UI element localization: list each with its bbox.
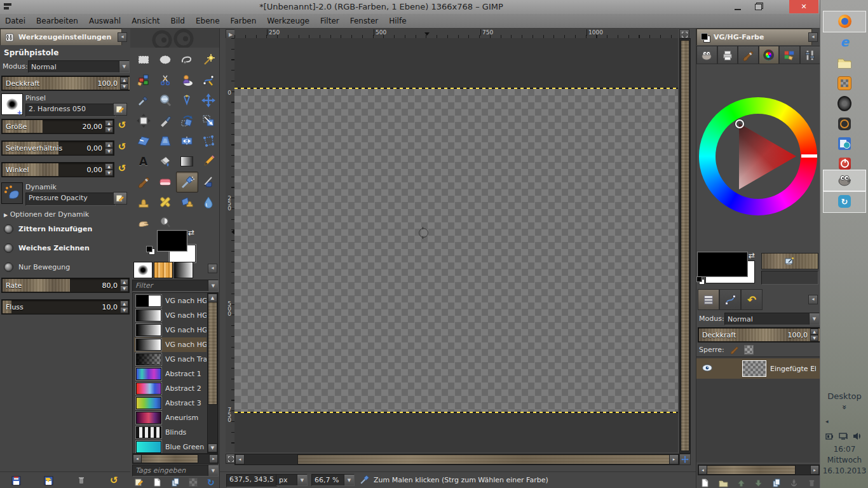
canvas-vscrollbar[interactable]: [679, 38, 691, 454]
angle-slider[interactable]: Winkel 0,00 ▲▼: [1, 162, 114, 177]
file-explorer-icon[interactable]: [837, 56, 851, 70]
gradient-item-selected[interactable]: VG nach HG: [134, 337, 207, 352]
active-pattern-indicator[interactable]: [154, 262, 173, 278]
clock-date[interactable]: 16.10.2013: [820, 466, 868, 475]
tab-undo-history[interactable]: ↶: [741, 289, 763, 310]
pattern-app-icon[interactable]: [837, 76, 851, 90]
tool-airbrush[interactable]: [176, 172, 198, 193]
lock-pixels-icon[interactable]: [729, 345, 739, 355]
tab-cmyk-selector[interactable]: [717, 46, 738, 64]
fg-bg-color-tab[interactable]: VG/HG-Farbe: [696, 29, 812, 45]
tool-scissors-select[interactable]: [154, 70, 175, 90]
tool-zoom[interactable]: [154, 90, 175, 110]
minimize-button[interactable]: [728, 0, 747, 13]
dynamics-options-expander[interactable]: ▶ Optionen der Dynamik: [4, 210, 89, 219]
save-presets-button[interactable]: [10, 474, 24, 487]
volume-icon[interactable]: [853, 432, 862, 440]
tool-fuzzy-select[interactable]: [198, 50, 219, 69]
spinner-buttons[interactable]: ▲▼: [105, 163, 113, 176]
default-colors-icon[interactable]: [696, 276, 704, 284]
tool-gradient[interactable]: [176, 151, 197, 171]
tool-ellipse-select[interactable]: [154, 50, 175, 69]
restore-button[interactable]: [749, 0, 768, 13]
layer-mode-select[interactable]: Normal▼: [724, 313, 820, 325]
active-brush-indicator[interactable]: [133, 262, 153, 278]
close-button[interactable]: ✕: [789, 0, 818, 13]
tab-paths[interactable]: [719, 289, 741, 310]
delete-gradient-button[interactable]: [189, 478, 198, 487]
clock-weekday[interactable]: Mittwoch: [820, 456, 868, 464]
aspect-ratio-slider[interactable]: Seitenverhältnis 0,00 ▲▼: [1, 140, 114, 156]
new-gradient-button[interactable]: [153, 478, 161, 487]
brush-name-field[interactable]: 2. Hardness 050: [25, 104, 116, 117]
tab-wheel-selector[interactable]: [759, 46, 780, 64]
lower-layer-button[interactable]: [754, 479, 763, 487]
menu-farben[interactable]: Farben: [231, 17, 257, 25]
sv-marker[interactable]: [735, 119, 744, 128]
camera-app-icon[interactable]: [837, 117, 851, 131]
tool-crop[interactable]: [154, 111, 175, 130]
spinner-buttons[interactable]: ▲▼: [105, 142, 113, 154]
hue-marker[interactable]: [801, 154, 817, 158]
gimp-taskbar-icon[interactable]: [837, 173, 851, 187]
tool-align[interactable]: [133, 111, 154, 130]
menu-datei[interactable]: Datei: [5, 17, 25, 25]
tool-ink[interactable]: [198, 172, 219, 191]
size-slider[interactable]: Größe 20,00 ▲▼: [1, 119, 114, 134]
gradient-list-hscrollbar[interactable]: ◂ ▸: [132, 454, 219, 464]
gradient-item[interactable]: VG nach HG: [134, 308, 207, 323]
speaker-app-icon[interactable]: [837, 97, 851, 111]
horizontal-ruler[interactable]: 250 500 750 1000: [234, 29, 678, 39]
tool-cage-transform[interactable]: [198, 131, 219, 151]
gradient-filter-input[interactable]: Filter ▼: [132, 280, 219, 292]
movie-app-icon[interactable]: [837, 137, 851, 151]
tab-gimp-selector[interactable]: [696, 46, 717, 64]
brush-edit-button[interactable]: [113, 103, 127, 116]
unit-select[interactable]: px▼: [276, 474, 308, 486]
spinner-buttons[interactable]: ▲▼: [120, 301, 128, 313]
menu-ansicht[interactable]: Ansicht: [132, 17, 159, 25]
tool-options-tab[interactable]: Werkzeugeinstellungen: [0, 29, 122, 45]
angle-reset-button[interactable]: ↺: [116, 163, 128, 175]
edit-gradient-button[interactable]: [135, 478, 144, 487]
duplicate-layer-button[interactable]: [772, 478, 781, 487]
duplicate-gradient-button[interactable]: [171, 478, 180, 487]
tool-eraser[interactable]: [154, 172, 175, 191]
sync-app-icon[interactable]: ↻: [837, 194, 851, 208]
spinner-buttons[interactable]: ▲▼: [810, 329, 818, 341]
menu-filter[interactable]: Filter: [320, 17, 339, 25]
tool-pencil[interactable]: [198, 151, 219, 171]
spinner-buttons[interactable]: ▲▼: [120, 77, 128, 90]
menu-ebene[interactable]: Ebene: [196, 17, 220, 25]
clock-time[interactable]: 16:07: [820, 445, 868, 454]
tool-move[interactable]: [198, 90, 219, 110]
menu-fenster[interactable]: Fenster: [350, 17, 379, 25]
swap-colors-icon[interactable]: ⇄: [749, 251, 755, 260]
rate-slider[interactable]: Rate 80,0 ▲▼: [1, 278, 130, 293]
brush-thumbnail[interactable]: +: [1, 93, 23, 115]
menu-bearbeiten[interactable]: Bearbeiten: [36, 17, 78, 25]
gradient-item[interactable]: Abstract 2: [134, 381, 207, 396]
gradient-item[interactable]: Abstract 3: [134, 396, 207, 410]
tool-select-by-color[interactable]: [133, 70, 154, 90]
hue-ring[interactable]: [699, 97, 817, 215]
new-layer-button[interactable]: [701, 478, 709, 487]
swap-colors-icon[interactable]: ⇄: [188, 228, 194, 237]
dock-collapse-button[interactable]: ◂: [118, 32, 127, 42]
network-icon[interactable]: [839, 432, 848, 440]
tool-smudge[interactable]: [133, 212, 154, 232]
internet-explorer-icon[interactable]: e: [837, 35, 851, 49]
gradient-item[interactable]: VG nach Transparent: [134, 352, 207, 367]
gradient-item[interactable]: VG nach HG: [134, 294, 207, 308]
dynamics-thumbnail[interactable]: [1, 182, 23, 204]
tab-palette-selector[interactable]: [779, 46, 800, 64]
opacity-slider[interactable]: Deckkraft 100,0 ▲▼: [1, 76, 130, 91]
spinner-buttons[interactable]: ▲▼: [105, 120, 113, 133]
vertical-ruler[interactable]: 0 250 500 750: [226, 38, 235, 452]
pick-color-from-screen-button[interactable]: [761, 253, 818, 269]
layer-list-hscrollbar[interactable]: ◂ ▸: [698, 464, 820, 475]
gradient-item[interactable]: Abstract 1: [134, 367, 207, 381]
tool-clone[interactable]: [133, 192, 154, 212]
gradient-item[interactable]: Aneurism: [134, 410, 207, 425]
dynamics-name-field[interactable]: Pressure Opacity: [25, 193, 116, 206]
